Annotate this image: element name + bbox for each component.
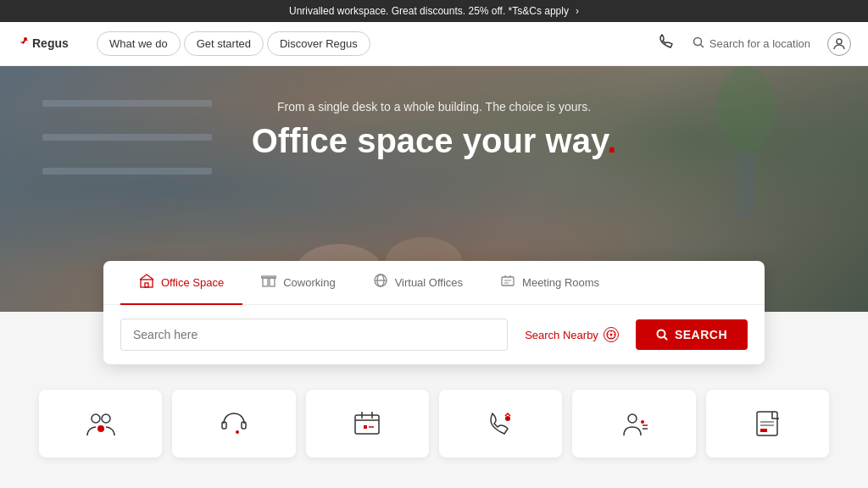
nav-right: Search for a location bbox=[659, 32, 851, 56]
bottom-icons-row bbox=[0, 390, 868, 458]
coworking-icon bbox=[261, 273, 276, 291]
contact-icon bbox=[615, 405, 653, 442]
svg-point-36 bbox=[236, 430, 239, 434]
banner-arrow: › bbox=[576, 5, 579, 17]
svg-rect-16 bbox=[261, 276, 276, 278]
icon-card-contact[interactable] bbox=[572, 390, 695, 458]
search-button-icon bbox=[656, 329, 668, 341]
office-space-icon bbox=[139, 273, 154, 291]
navbar: Regus What we do Get started Discover Re… bbox=[0, 22, 868, 66]
svg-rect-14 bbox=[263, 278, 268, 286]
logo-svg: Regus bbox=[17, 32, 76, 56]
svg-point-31 bbox=[92, 414, 100, 423]
svg-point-33 bbox=[97, 425, 104, 432]
svg-line-3 bbox=[700, 45, 704, 48]
hero-subtitle: From a single desk to a whole building. … bbox=[0, 100, 868, 114]
nav-links: What we do Get started Discover Regus bbox=[97, 31, 659, 56]
icon-card-headset[interactable] bbox=[172, 390, 295, 458]
search-card: Office Space Coworking bbox=[103, 261, 765, 364]
office-people-icon bbox=[82, 405, 120, 442]
svg-rect-20 bbox=[502, 277, 514, 286]
phone-icon[interactable] bbox=[659, 33, 676, 54]
search-tabs: Office Space Coworking bbox=[103, 261, 765, 305]
nav-search[interactable]: Search for a location bbox=[693, 36, 810, 51]
tab-virtual-offices[interactable]: Virtual Offices bbox=[354, 261, 481, 305]
search-button-label: SEARCH bbox=[675, 328, 727, 341]
banner-text: Unrivalled workspace. Great discounts. 2… bbox=[289, 5, 569, 17]
svg-rect-41 bbox=[364, 425, 367, 429]
logo[interactable]: Regus bbox=[17, 32, 76, 56]
svg-point-24 bbox=[609, 334, 612, 336]
nav-search-label: Search for a location bbox=[709, 37, 810, 50]
top-banner[interactable]: Unrivalled workspace. Great discounts. 2… bbox=[0, 0, 868, 22]
svg-text:Regus: Regus bbox=[32, 36, 69, 50]
tab-coworking[interactable]: Coworking bbox=[242, 261, 353, 305]
icon-card-office[interactable] bbox=[39, 390, 162, 458]
svg-point-29 bbox=[657, 330, 665, 338]
svg-rect-13 bbox=[145, 283, 148, 287]
svg-point-44 bbox=[628, 414, 637, 423]
tab-office-space[interactable]: Office Space bbox=[120, 261, 242, 305]
icon-card-call[interactable] bbox=[439, 390, 562, 458]
nearby-circle-icon bbox=[604, 327, 619, 342]
document-icon bbox=[748, 405, 786, 442]
svg-rect-15 bbox=[270, 278, 275, 286]
search-nearby-button[interactable]: Search Nearby bbox=[518, 327, 626, 342]
user-icon[interactable] bbox=[827, 32, 851, 56]
tab-virtual-offices-label: Virtual Offices bbox=[395, 276, 463, 289]
svg-point-2 bbox=[693, 38, 701, 46]
icon-card-schedule[interactable] bbox=[306, 390, 429, 458]
tab-coworking-label: Coworking bbox=[283, 276, 335, 289]
tab-office-space-label: Office Space bbox=[161, 276, 224, 289]
nav-get-started[interactable]: Get started bbox=[184, 31, 264, 56]
search-icon bbox=[693, 36, 704, 51]
meeting-rooms-icon bbox=[500, 273, 515, 291]
tab-meeting-rooms[interactable]: Meeting Rooms bbox=[481, 261, 618, 305]
location-search-input[interactable] bbox=[120, 319, 508, 351]
schedule-icon bbox=[348, 405, 386, 442]
tab-meeting-rooms-label: Meeting Rooms bbox=[522, 276, 599, 289]
svg-point-4 bbox=[837, 39, 842, 44]
svg-rect-51 bbox=[760, 429, 767, 432]
nav-discover[interactable]: Discover Regus bbox=[267, 31, 370, 56]
call-support-icon bbox=[482, 405, 520, 442]
svg-rect-7 bbox=[42, 168, 212, 175]
search-nearby-label: Search Nearby bbox=[525, 329, 598, 341]
svg-point-45 bbox=[641, 420, 644, 424]
search-button[interactable]: SEARCH bbox=[636, 319, 748, 350]
hero-content: From a single desk to a whole building. … bbox=[0, 66, 868, 159]
svg-point-32 bbox=[102, 414, 110, 423]
svg-line-30 bbox=[664, 337, 667, 341]
svg-point-43 bbox=[505, 416, 510, 421]
virtual-offices-icon bbox=[373, 273, 388, 291]
search-input-row: Search Nearby SEARCH bbox=[103, 305, 765, 364]
icon-card-document[interactable] bbox=[706, 390, 829, 458]
nav-what-we-do[interactable]: What we do bbox=[97, 31, 181, 56]
hero-title: Office space your way. bbox=[0, 122, 868, 159]
headset-icon bbox=[215, 405, 253, 442]
svg-rect-37 bbox=[355, 415, 379, 434]
